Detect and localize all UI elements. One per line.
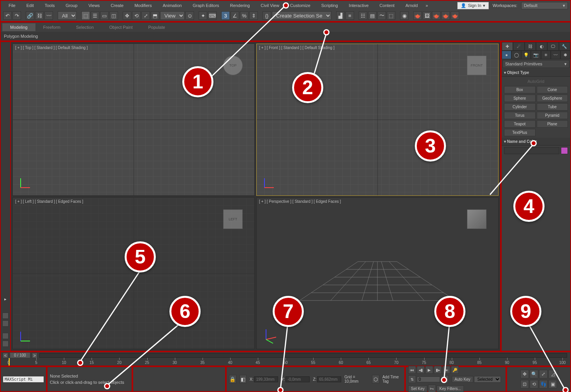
zoom-extents-button[interactable]: ⊡ <box>520 380 529 388</box>
edit-selection-button[interactable]: {} <box>263 11 271 20</box>
frame-indicator[interactable]: 0 / 100 <box>10 353 30 358</box>
unlink-button[interactable]: ⛓ <box>35 11 44 20</box>
lock-selection-button[interactable]: 🔒 <box>229 375 236 383</box>
viewport-top-label[interactable]: [ + ] [ Top ] [ Standard ] [ Default Sha… <box>15 46 88 50</box>
cp-tab-hierarchy[interactable]: ⛓ <box>525 42 536 51</box>
ts-next[interactable]: > <box>32 353 37 358</box>
rendered-frame-button[interactable]: 🖼 <box>423 11 431 20</box>
ribbon-panel-label[interactable]: Polygon Modeling <box>4 34 38 39</box>
render-activeshade-button[interactable]: 🫖 <box>451 11 459 20</box>
ribbon-tab-populate[interactable]: Populate <box>140 23 173 31</box>
workspace-select[interactable]: Default ▾ <box>521 2 568 9</box>
link-button[interactable]: 🔗 <box>26 11 34 20</box>
cp-sub-helpers[interactable]: ✳ <box>541 51 551 59</box>
placement-button[interactable]: ⬒ <box>151 11 159 20</box>
select-region-button[interactable]: ▭ <box>100 11 109 20</box>
layer-explorer-button[interactable]: ☷ <box>359 11 367 20</box>
maxscript-listener[interactable]: MAXScript Mi <box>3 376 44 382</box>
material-editor-button[interactable]: ◉ <box>400 11 409 20</box>
angle-snap-button[interactable]: ∠ <box>231 11 239 20</box>
cp-sub-systems[interactable]: ✱ <box>560 51 570 59</box>
zoom-all-button[interactable]: ⤢ <box>539 370 548 378</box>
viewport-persp-label[interactable]: [ + ] [ Perspective ] [ Standard ] [ Edg… <box>259 199 341 204</box>
add-time-tag-button[interactable]: Add Time Tag <box>382 375 402 383</box>
leftbar-btn-2[interactable] <box>2 320 9 327</box>
schematic-view-button[interactable]: ⬚ <box>387 11 395 20</box>
sign-in-button[interactable]: 👤Sign In▾ <box>457 2 488 9</box>
rotate-button[interactable]: ⟲ <box>132 11 141 20</box>
z-field[interactable]: 65,662mm <box>317 376 341 382</box>
cp-tab-display[interactable]: 🖵 <box>547 42 559 51</box>
ribbon-tab-modeling[interactable]: Modeling <box>2 23 35 31</box>
autogrid-checkbox[interactable]: AutoGrid <box>504 78 568 84</box>
cp-section-objtype[interactable]: Object Type <box>502 69 570 77</box>
scale-button[interactable]: ⤢ <box>141 11 150 20</box>
obj-pyramid[interactable]: Pyramid <box>537 112 568 119</box>
select-object-button[interactable]: ⬚ <box>81 11 90 20</box>
setkey-button[interactable]: Set Key <box>408 385 427 392</box>
setkey-keys-button[interactable]: 🗝 <box>428 385 436 392</box>
manipulate-button[interactable]: ✦ <box>199 11 207 20</box>
obj-box[interactable]: Box <box>504 86 536 93</box>
cp-sub-shapes[interactable]: ◯ <box>511 51 521 59</box>
menu-content[interactable]: Content <box>374 2 400 9</box>
expand-button[interactable]: ▸ <box>4 297 7 302</box>
select-by-name-button[interactable]: ☰ <box>91 11 99 20</box>
viewcube-top[interactable]: TOP <box>223 56 243 75</box>
obj-geosphere[interactable]: GeoSphere <box>537 95 568 102</box>
orbit-button[interactable]: ⟲ <box>530 380 538 388</box>
x-field[interactable]: 199,33mm <box>254 376 278 382</box>
menu-create[interactable]: Create <box>105 2 129 9</box>
ribbon-tab-freeform[interactable]: Freeform <box>35 23 69 31</box>
menu-tools[interactable]: Tools <box>39 2 60 9</box>
render-setup-button[interactable]: 🫖 <box>413 11 422 20</box>
viewport-left[interactable]: [ + ] [ Left ] [ Standard ] [ Edged Face… <box>12 197 255 350</box>
viewport-left-label[interactable]: [ + ] [ Left ] [ Standard ] [ Edged Face… <box>15 199 83 204</box>
y-field[interactable]: -0,0mm <box>286 376 310 382</box>
named-selection-set[interactable]: Create Selection Se <box>272 11 331 20</box>
prev-frame-button[interactable]: ◂▮ <box>417 366 425 374</box>
time-track[interactable] <box>39 353 567 358</box>
menu-grapheditors[interactable]: Graph Editors <box>187 2 225 9</box>
menu-modifiers[interactable]: Modifiers <box>129 2 157 9</box>
obj-teapot[interactable]: Teapot <box>504 120 536 128</box>
ribbon-tab-selection[interactable]: Selection <box>68 23 101 31</box>
bind-spacewarp-button[interactable]: 〰 <box>44 11 53 20</box>
menu-animation[interactable]: Animation <box>157 2 187 9</box>
cp-category-dropdown[interactable]: Standard Primitives▾ <box>502 60 569 68</box>
menu-civilview[interactable]: Civil View <box>255 2 284 9</box>
ribbon-tab-objectpaint[interactable]: Object Paint <box>102 23 141 31</box>
refcoord-select[interactable]: View <box>160 11 185 20</box>
cp-sub-lights[interactable]: 💡 <box>521 51 531 59</box>
menu-edit[interactable]: Edit <box>21 2 39 9</box>
menu-customize[interactable]: Customize <box>285 2 316 9</box>
pivot-button[interactable]: ⊙ <box>185 11 194 20</box>
cp-sub-cameras[interactable]: 📷 <box>531 51 541 59</box>
play-button[interactable]: ▶ <box>425 366 433 374</box>
percent-snap-button[interactable]: % <box>240 11 248 20</box>
selection-filter[interactable]: All <box>58 11 77 20</box>
current-frame-field[interactable] <box>417 376 440 382</box>
obj-cylinder[interactable]: Cylinder <box>504 103 536 111</box>
goto-end-button[interactable]: ⏭ <box>442 366 450 374</box>
keyboard-shortcut-button[interactable]: ⌨ <box>208 11 217 20</box>
viewcube-left[interactable]: LEFT <box>223 209 243 229</box>
viewcube-front[interactable]: FRONT <box>467 56 486 75</box>
viewport-front-label[interactable]: [ + ] [ Front ] [ Standard ] [ Default S… <box>259 46 335 50</box>
goto-start-button[interactable]: ⏮ <box>408 366 416 374</box>
cp-tab-create[interactable]: ✚ <box>502 42 513 51</box>
snap-toggle-button[interactable]: 3 <box>221 11 230 20</box>
timetag-icon[interactable]: ⬡ <box>372 375 379 383</box>
menu-file[interactable]: File <box>3 2 21 9</box>
menu-group[interactable]: Group <box>60 2 83 9</box>
frame-spin-icon[interactable]: ⇅ <box>408 375 416 383</box>
render-production-button[interactable]: 🫖 <box>432 11 441 20</box>
obj-torus[interactable]: Torus <box>504 112 536 119</box>
menu-overflow-icon[interactable]: » <box>423 3 430 8</box>
obj-cone[interactable]: Cone <box>537 86 568 93</box>
leftbar-btn-4[interactable] <box>2 341 9 347</box>
move-button[interactable]: ✥ <box>123 11 131 20</box>
walk-button[interactable]: 👣 <box>539 380 548 388</box>
menu-rendering[interactable]: Rendering <box>225 2 256 9</box>
toggle-ribbon-button[interactable]: ▤ <box>368 11 377 20</box>
